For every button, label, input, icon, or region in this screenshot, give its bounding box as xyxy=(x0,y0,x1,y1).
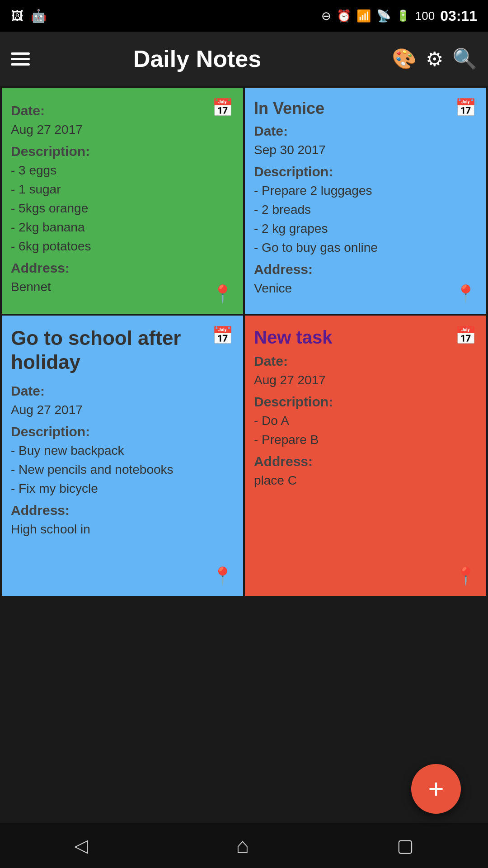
search-button[interactable]: 🔍 xyxy=(452,47,477,71)
note-4-address-value: place C xyxy=(254,471,477,490)
note-2-date-label: Date: xyxy=(254,123,477,139)
note-4-title: New task xyxy=(254,326,477,348)
note-card-4[interactable]: 📅 New task Date: Aug 27 2017 Description… xyxy=(245,316,486,596)
signal-icon: 📡 xyxy=(376,9,391,23)
android-icon: 🤖 xyxy=(31,9,47,24)
back-button[interactable]: ◁ xyxy=(74,835,88,856)
home-button[interactable]: ⌂ xyxy=(236,833,249,858)
palette-button[interactable]: 🎨 xyxy=(392,47,417,71)
note-4-address-label: Address: xyxy=(254,454,477,469)
note-1-date-label: Date: xyxy=(11,103,234,118)
note-2-desc-label: Description: xyxy=(254,164,477,179)
settings-button[interactable]: ⚙ xyxy=(426,47,443,71)
status-bar: 🖼 🤖 ⊖ ⏰ 📶 📡 🔋 100 03:11 xyxy=(0,0,488,32)
note-card-2[interactable]: 📅 In Venice Date: Sep 30 2017 Descriptio… xyxy=(245,88,486,314)
note-1-date-value: Aug 27 2017 xyxy=(11,120,234,139)
notes-grid: 📅 Date: Aug 27 2017 Description: - 3 egg… xyxy=(0,86,488,598)
calendar-icon-1: 📅 xyxy=(212,98,233,118)
battery-icon: 🔋 xyxy=(396,9,410,22)
recents-button[interactable]: ▢ xyxy=(397,835,414,856)
bottom-nav: ◁ ⌂ ▢ xyxy=(0,823,488,868)
note-3-address-value: High school in xyxy=(11,520,234,539)
note-1-desc-label: Description: xyxy=(11,144,234,159)
note-3-desc-value: - Buy new backpack - New pencils and not… xyxy=(11,441,234,498)
note-2-address-value: Venice xyxy=(254,279,477,298)
toolbar: Daily Notes 🎨 ⚙ 🔍 xyxy=(0,32,488,86)
add-note-fab[interactable]: + xyxy=(411,764,461,814)
note-3-address-label: Address: xyxy=(11,503,234,518)
location-icon-1: 📍 xyxy=(212,284,233,304)
status-time: 03:11 xyxy=(440,8,477,24)
note-4-date-label: Date: xyxy=(254,354,477,369)
note-2-desc-value: - Prepare 2 luggages - 2 breads - 2 kg g… xyxy=(254,181,477,257)
dnd-icon: ⊖ xyxy=(321,9,331,23)
location-icon-3: 📍 xyxy=(212,566,233,586)
status-bar-left: 🖼 🤖 xyxy=(11,9,47,24)
note-1-desc-value: - 3 eggs - 1 sugar - 5kgs orange - 2kg b… xyxy=(11,161,234,256)
note-1-address-label: Address: xyxy=(11,260,234,276)
photo-icon: 🖼 xyxy=(11,9,23,24)
battery-level: 100 xyxy=(415,9,435,23)
status-bar-right: ⊖ ⏰ 📶 📡 🔋 100 03:11 xyxy=(321,8,477,24)
note-4-desc-value: - Do A - Prepare B xyxy=(254,411,477,449)
note-4-desc-label: Description: xyxy=(254,394,477,410)
location-icon-4: 📍 xyxy=(455,566,476,586)
note-3-date-label: Date: xyxy=(11,383,234,399)
note-1-address-value: Bennet xyxy=(11,278,234,297)
wifi-icon: 📶 xyxy=(357,9,371,23)
calendar-icon-4: 📅 xyxy=(455,326,476,345)
location-icon-2: 📍 xyxy=(455,284,476,304)
note-4-date-value: Aug 27 2017 xyxy=(254,371,477,390)
note-2-date-value: Sep 30 2017 xyxy=(254,141,477,160)
note-2-title: In Venice xyxy=(254,99,477,118)
note-card-3[interactable]: 📅 Go to school after holiday Date: Aug 2… xyxy=(2,316,243,596)
note-2-address-label: Address: xyxy=(254,262,477,277)
note-3-title: Go to school after holiday xyxy=(11,326,234,374)
note-3-date-value: Aug 27 2017 xyxy=(11,401,234,420)
add-icon: + xyxy=(428,775,444,802)
calendar-icon-3: 📅 xyxy=(212,326,233,345)
page-title: Daily Notes xyxy=(12,45,383,72)
note-card-1[interactable]: 📅 Date: Aug 27 2017 Description: - 3 egg… xyxy=(2,88,243,314)
note-3-desc-label: Description: xyxy=(11,424,234,439)
calendar-icon-2: 📅 xyxy=(455,98,476,118)
alarm-icon: ⏰ xyxy=(337,9,351,23)
